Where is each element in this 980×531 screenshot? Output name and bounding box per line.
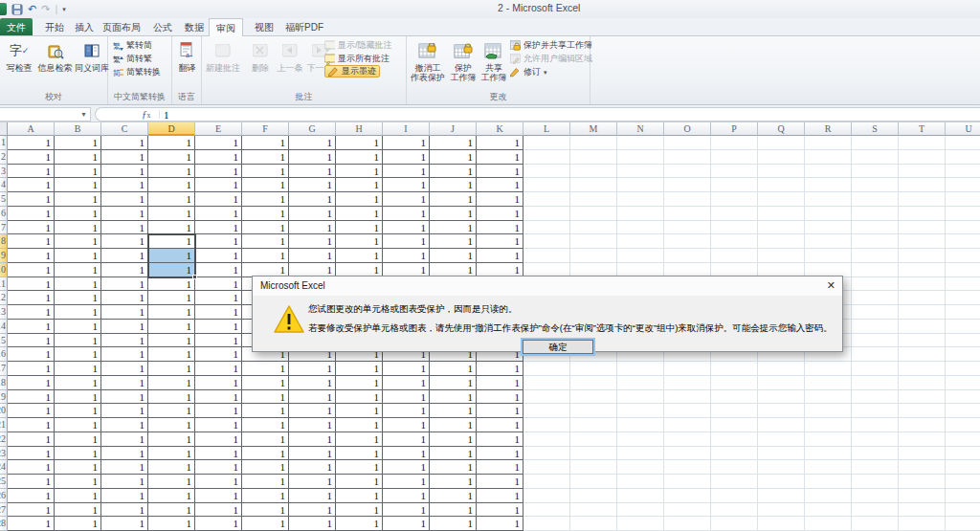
cell-R26[interactable]	[805, 489, 852, 503]
cell-M21[interactable]	[570, 418, 617, 432]
cell-Q5[interactable]	[758, 192, 805, 207]
ok-button[interactable]: 确定	[523, 340, 593, 354]
cell-Q22[interactable]	[758, 432, 805, 447]
cell-I20[interactable]: 1	[383, 404, 430, 418]
cell-E14[interactable]: 1	[195, 320, 242, 334]
cell-T2[interactable]	[899, 150, 946, 165]
cell-K22[interactable]: 1	[477, 432, 523, 447]
cell-C7[interactable]: 1	[101, 221, 148, 235]
tab-foxit-pdf[interactable]: 福昕PDF	[278, 18, 330, 36]
cell-U22[interactable]	[946, 432, 980, 447]
cell-G27[interactable]: 1	[289, 503, 336, 518]
cell-C28[interactable]: 1	[101, 517, 148, 531]
cell-T6[interactable]	[899, 207, 946, 221]
cell-U19[interactable]	[946, 390, 980, 405]
cell-M1[interactable]	[570, 136, 617, 150]
cell-R1[interactable]	[805, 136, 852, 150]
cell-N7[interactable]	[617, 221, 664, 235]
cell-U18[interactable]	[946, 376, 980, 390]
cell-M8[interactable]	[570, 234, 617, 249]
cell-N18[interactable]	[617, 376, 664, 390]
cell-B7[interactable]: 1	[55, 221, 101, 235]
cell-L22[interactable]	[523, 432, 570, 447]
cell-C10[interactable]: 1	[101, 263, 148, 277]
fill-handle[interactable]	[192, 275, 197, 279]
cell-N24[interactable]	[617, 460, 664, 475]
row-header-23[interactable]: 23	[0, 447, 8, 461]
cell-B21[interactable]: 1	[55, 418, 101, 432]
cell-J2[interactable]: 1	[430, 150, 477, 165]
cell-C19[interactable]: 1	[101, 390, 148, 405]
translate-button[interactable]: a₊ 翻译	[173, 38, 201, 92]
cell-M25[interactable]	[570, 475, 617, 489]
cell-A2[interactable]: 1	[8, 150, 55, 165]
row-header-27[interactable]: 27	[0, 503, 8, 518]
cell-U24[interactable]	[946, 460, 980, 475]
cell-O1[interactable]	[664, 136, 711, 150]
cell-S27[interactable]	[852, 503, 899, 518]
dialog-title-bar[interactable]: Microsoft Excel ✕	[253, 277, 842, 296]
cell-D18[interactable]: 1	[148, 376, 195, 390]
show-hide-comment-button[interactable]: 显示/隐藏批注	[324, 39, 392, 52]
cell-D16[interactable]: 1	[148, 347, 195, 362]
cell-U17[interactable]	[946, 362, 980, 376]
cell-J28[interactable]: 1	[430, 517, 477, 531]
cell-E15[interactable]: 1	[195, 334, 242, 348]
name-box[interactable]: ▼	[0, 107, 91, 122]
row-header-24[interactable]: 24	[0, 460, 8, 475]
save-icon[interactable]	[11, 4, 23, 15]
cell-E11[interactable]: 1	[195, 277, 242, 292]
cell-F17[interactable]: 1	[242, 362, 289, 376]
cell-M20[interactable]	[570, 404, 617, 418]
cell-F21[interactable]: 1	[242, 418, 289, 432]
cell-J20[interactable]: 1	[430, 404, 477, 418]
cell-L19[interactable]	[523, 390, 570, 405]
cell-D5[interactable]: 1	[148, 192, 195, 207]
cell-R3[interactable]	[805, 165, 852, 179]
cell-U14[interactable]	[946, 320, 980, 334]
cell-G7[interactable]: 1	[289, 221, 336, 235]
cell-F20[interactable]: 1	[242, 404, 289, 418]
cell-S17[interactable]	[852, 362, 899, 376]
cell-U11[interactable]	[946, 277, 980, 292]
cell-N27[interactable]	[617, 503, 664, 518]
cell-Q25[interactable]	[758, 475, 805, 489]
cell-O4[interactable]	[664, 178, 711, 192]
cell-M27[interactable]	[570, 503, 617, 518]
row-header-20[interactable]: 20	[0, 404, 8, 418]
cell-I2[interactable]: 1	[383, 150, 430, 165]
trad-to-simp-button[interactable]: 繁 繁转简	[113, 39, 152, 52]
cell-A25[interactable]: 1	[8, 475, 55, 489]
cell-J6[interactable]: 1	[430, 207, 477, 221]
cell-S1[interactable]	[852, 136, 899, 150]
cell-F23[interactable]: 1	[242, 447, 289, 461]
cell-D28[interactable]: 1	[148, 517, 195, 531]
cell-H5[interactable]: 1	[336, 192, 383, 207]
tab-page-layout[interactable]: 页面布局	[96, 18, 147, 36]
cell-D23[interactable]: 1	[148, 447, 195, 461]
cell-T10[interactable]	[899, 263, 946, 277]
cell-B20[interactable]: 1	[55, 404, 101, 418]
cell-D15[interactable]: 1	[148, 334, 195, 348]
cell-G6[interactable]: 1	[289, 207, 336, 221]
cell-L20[interactable]	[523, 404, 570, 418]
column-header-M[interactable]: M	[570, 122, 617, 136]
cell-N19[interactable]	[617, 390, 664, 405]
cell-S23[interactable]	[852, 447, 899, 461]
dialog-close-icon[interactable]: ✕	[827, 279, 835, 292]
cell-G23[interactable]: 1	[289, 447, 336, 461]
cell-G22[interactable]: 1	[289, 432, 336, 447]
cell-S7[interactable]	[852, 221, 899, 235]
cell-R4[interactable]	[805, 178, 852, 192]
cell-C14[interactable]: 1	[101, 320, 148, 334]
cell-M26[interactable]	[570, 489, 617, 503]
column-header-J[interactable]: J	[430, 122, 477, 136]
cell-E2[interactable]: 1	[195, 150, 242, 165]
cell-K27[interactable]: 1	[477, 503, 523, 518]
column-header-N[interactable]: N	[617, 122, 664, 136]
cell-K2[interactable]: 1	[477, 150, 523, 165]
cell-S5[interactable]	[852, 192, 899, 207]
select-all-corner[interactable]	[0, 122, 8, 136]
cell-A8[interactable]: 1	[8, 234, 55, 249]
cell-F2[interactable]: 1	[242, 150, 289, 165]
